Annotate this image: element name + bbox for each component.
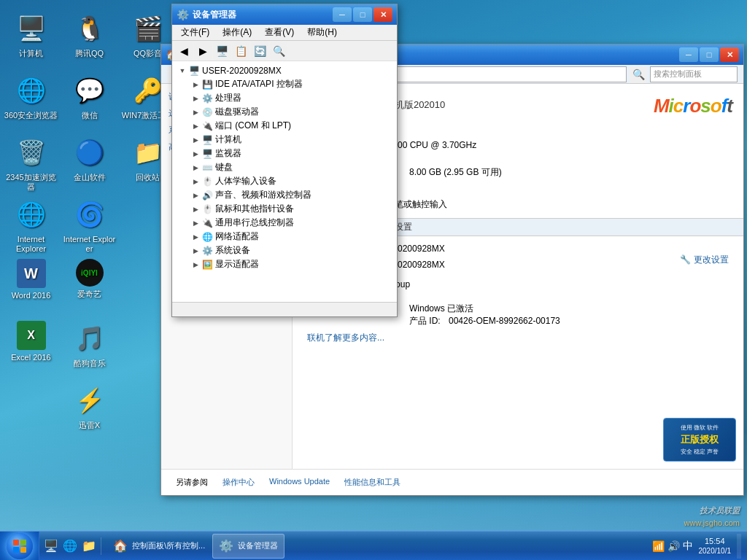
- tray-input-icon[interactable]: 中: [683, 540, 693, 553]
- desktop-icon-qq[interactable]: 🐧 腾讯QQ: [62, 7, 117, 69]
- tree-item-0[interactable]: ▶ 💾 IDE ATA/ATAPI 控制器: [175, 77, 394, 91]
- clock-display[interactable]: 15:54 2020/10/1: [699, 536, 732, 556]
- expand-8[interactable]: ▶: [190, 190, 201, 201]
- show-desktop-btn[interactable]: 🖥️: [42, 537, 60, 555]
- desktop-icon-computer[interactable]: 🖥️ 计算机: [4, 7, 58, 69]
- expand-4[interactable]: ▶: [190, 134, 201, 146]
- desktop-icon-network[interactable]: 🌐 360安全浏览器: [4, 69, 58, 131]
- system-tray: 📶 🔊 中 15:54 2020/10/1: [646, 534, 748, 559]
- search-button[interactable]: 🔍: [630, 66, 647, 83]
- file-menu[interactable]: 文件(F): [175, 25, 215, 40]
- desktop-icon-kugou[interactable]: 🎵 酷狗音乐: [62, 317, 117, 379]
- expand-0[interactable]: ▶: [190, 79, 201, 90]
- show-desktop-strip[interactable]: [737, 534, 741, 559]
- icon-10: 🔌: [201, 217, 213, 229]
- root-label: USER-20200928MX: [202, 66, 282, 76]
- svg-rect-3: [20, 547, 26, 553]
- change-settings-link[interactable]: 🔧 更改设置: [680, 254, 729, 266]
- dev-update-btn[interactable]: 🔄: [251, 42, 268, 60]
- sys-close-button[interactable]: ✕: [720, 47, 739, 62]
- computer-icon: 🖥️: [14, 11, 49, 46]
- taskbar-device-manager[interactable]: ⚙️ 设备管理器: [212, 534, 285, 559]
- desktop-icon-recycle[interactable]: 🗑️ 2345加速浏览器: [4, 131, 58, 193]
- tray-sound-icon[interactable]: 🔊: [667, 540, 680, 552]
- expand-11[interactable]: ▶: [190, 231, 201, 243]
- desktop-icon-word[interactable]: W Word 2016: [4, 255, 58, 317]
- desktop-icon-iqiyi[interactable]: iQIYI 爱奇艺: [62, 255, 117, 317]
- action-center-link[interactable]: 操作中心: [222, 477, 255, 488]
- tree-item-10[interactable]: ▶ 🔌 通用串行总线控制器: [175, 216, 394, 230]
- help-menu[interactable]: 帮助(H): [301, 25, 343, 40]
- more-content-link[interactable]: 联机了解更多内容...: [307, 332, 384, 343]
- windows-update-link[interactable]: Windows Update: [269, 477, 330, 488]
- dev-maximize-button[interactable]: □: [353, 7, 372, 22]
- desktop-icon-360[interactable]: 🔵 金山软件: [62, 131, 117, 193]
- label-12: 系统设备: [215, 244, 250, 257]
- recycle-label: 2345加速浏览器: [4, 173, 58, 192]
- start-button[interactable]: [0, 532, 39, 561]
- performance-link[interactable]: 性能信息和工具: [344, 477, 400, 488]
- tree-item-7[interactable]: ▶ 🖱️ 人体学输入设备: [175, 174, 394, 188]
- watermark-brand: 技术员联盟: [700, 505, 740, 516]
- dev-title-bar[interactable]: ⚙️ 设备管理器 ─ □ ✕: [172, 4, 397, 25]
- expand-9[interactable]: ▶: [190, 203, 201, 215]
- desktop-icon-2345[interactable]: 🌀 Internet Explorer: [62, 193, 117, 255]
- desktop-icon-excel[interactable]: X Excel 2016: [4, 317, 58, 379]
- root-expand-icon[interactable]: ▼: [177, 65, 188, 77]
- label-0: IDE ATA/ATAPI 控制器: [215, 78, 303, 90]
- dev-scan-btn[interactable]: 🔍: [270, 42, 287, 60]
- tree-item-5[interactable]: ▶ 🖥️ 监视器: [175, 147, 394, 160]
- tree-item-9[interactable]: ▶ 🖱️ 鼠标和其他指针设备: [175, 202, 394, 216]
- wechat-icon: 💬: [72, 73, 107, 108]
- dev-window-content: 文件(F) 操作(A) 查看(V) 帮助(H) ◀ ▶ 🖥️ 📋 🔄 🔍 ▼ 🖥…: [172, 25, 397, 316]
- watermark-url: www.jsgho.com: [684, 518, 740, 527]
- 360-label: 金山软件: [74, 173, 106, 182]
- expand-5[interactable]: ▶: [190, 148, 201, 160]
- tree-item-11[interactable]: ▶ 🌐 网络适配器: [175, 230, 394, 244]
- microsoft-logo: Microsoft: [654, 95, 732, 117]
- qqvideo-label: QQ影音: [133, 49, 162, 58]
- label-11: 网络适配器: [215, 230, 259, 243]
- sys-minimize-button[interactable]: ─: [679, 47, 698, 62]
- dev-back-btn[interactable]: ◀: [175, 42, 193, 60]
- expand-1[interactable]: ▶: [190, 93, 201, 104]
- tree-item-13[interactable]: ▶ 🖼️ 显示适配器: [175, 257, 394, 271]
- tree-item-8[interactable]: ▶ 🔊 声音、视频和游戏控制器: [175, 188, 394, 202]
- search-box[interactable]: 搜索控制面板: [650, 66, 738, 82]
- activation-badge: 使用 微软 软件 正版授权 安全 稳定 声誉: [663, 418, 736, 462]
- 360-icon: 🔵: [72, 135, 107, 170]
- explorer-taskbar-btn[interactable]: 📁: [80, 537, 98, 555]
- expand-10[interactable]: ▶: [190, 217, 201, 229]
- view-menu[interactable]: 查看(V): [259, 25, 300, 40]
- ie-taskbar-btn[interactable]: 🌐: [61, 537, 79, 555]
- dev-status-bar: [172, 302, 397, 316]
- expand-2[interactable]: ▶: [190, 106, 201, 118]
- tree-item-3[interactable]: ▶ 🔌 端口 (COM 和 LPT): [175, 119, 394, 133]
- tree-item-4[interactable]: ▶ 🖥️ 计算机: [175, 133, 394, 147]
- sys-maximize-button[interactable]: □: [700, 47, 719, 62]
- expand-6[interactable]: ▶: [190, 162, 201, 174]
- tree-item-6[interactable]: ▶ ⌨️ 键盘: [175, 160, 394, 174]
- network-icon: 🌐: [14, 73, 49, 108]
- desktop-icon-wechat[interactable]: 💬 微信: [62, 69, 117, 131]
- expand-7[interactable]: ▶: [190, 176, 201, 187]
- tray-network-icon[interactable]: 📶: [652, 540, 665, 552]
- expand-13[interactable]: ▶: [190, 259, 201, 271]
- dev-forward-btn[interactable]: ▶: [194, 42, 212, 60]
- tree-item-12[interactable]: ▶ ⚙️ 系统设备: [175, 244, 394, 257]
- dev-minimize-button[interactable]: ─: [333, 7, 352, 22]
- also-see-label: 另请参阅: [176, 477, 208, 488]
- dev-computer-btn[interactable]: 🖥️: [213, 42, 231, 60]
- action-menu[interactable]: 操作(A): [217, 25, 258, 40]
- tree-item-2[interactable]: ▶ 💿 磁盘驱动器: [175, 105, 394, 119]
- tree-root[interactable]: ▼ 🖥️ USER-20200928MX: [175, 64, 394, 77]
- expand-3[interactable]: ▶: [190, 120, 201, 132]
- expand-12[interactable]: ▶: [190, 245, 201, 257]
- dev-properties-btn[interactable]: 📋: [232, 42, 249, 60]
- taskbar-control-panel[interactable]: 🏠 控制面板\所有控制...: [107, 534, 211, 559]
- desktop-icon-xunlei[interactable]: ⚡ 迅雷X: [62, 379, 117, 441]
- dev-close-button[interactable]: ✕: [374, 7, 392, 22]
- desktop-icon-ie[interactable]: 🌐 InternetExplorer: [4, 193, 58, 255]
- tree-item-1[interactable]: ▶ ⚙️ 处理器: [175, 91, 394, 105]
- windows-logo-svg: [12, 539, 27, 553]
